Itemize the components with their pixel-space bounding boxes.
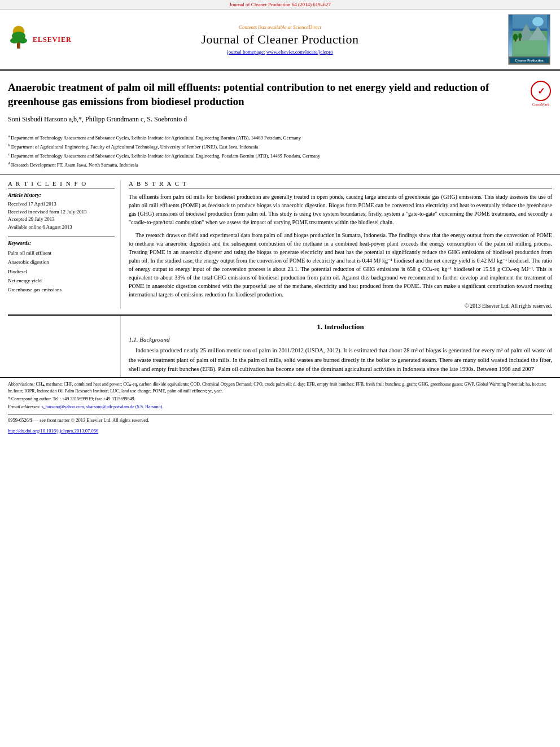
affiliation-d: d Research Development PT, Asam Jawa, No… — [8, 161, 552, 169]
section-num: 1. — [317, 322, 322, 331]
affiliation-c: c Department of Technology Assessment an… — [8, 152, 552, 160]
svg-rect-10 — [513, 40, 548, 56]
sciencedirect-label: Contents lists available at — [239, 24, 292, 30]
email-line: E-mail addresses: s_harsono@yahoo.com, s… — [8, 404, 552, 410]
abbreviations: Abbreviations: CH₄, methane; CHP, combin… — [8, 381, 552, 395]
article-authors: Soni Sisbudi Harsono a,b,*, Philipp Grun… — [8, 115, 524, 124]
svg-point-16 — [518, 33, 522, 39]
email-label: E-mail addresses: — [8, 404, 41, 409]
keywords-label: Keywords: — [8, 237, 115, 246]
affiliation-b: b Department of Agricultural Engineering… — [8, 143, 552, 151]
revised-date: Received in revised form 12 July 2013 — [8, 208, 115, 216]
keyword-3: Biodiesel — [8, 267, 115, 276]
online-date: Available online 6 August 2013 — [8, 224, 115, 231]
doi-link[interactable]: http://dx.doi.org/10.1016/j.jclepro.2013… — [8, 428, 98, 434]
keywords-section: Keywords: Palm oil mill effluent Anaerob… — [8, 237, 115, 294]
section-title: Introduction — [324, 322, 364, 331]
article-history: Article history: Received 17 April 2013 … — [8, 193, 115, 231]
keyword-1: Palm oil mill effluent — [8, 248, 115, 257]
elsevier-logo-area: ELSEVIER — [7, 25, 58, 54]
article-title: Anaerobic treatment of palm oil mill eff… — [8, 81, 524, 108]
journal-header: ELSEVIER Contents lists available at Sci… — [0, 10, 560, 71]
journal-cover: Cleaner Production — [508, 14, 553, 65]
elsevier-tree-icon — [7, 25, 30, 54]
homepage-label: journal homepage: — [227, 49, 265, 55]
sciencedirect-line: Contents lists available at ScienceDirec… — [58, 24, 502, 30]
doi-section: 0959-6526/$ — see front matter © 2013 El… — [8, 414, 552, 435]
cover-text: Cleaner Production — [515, 59, 543, 62]
main-content: 1. Introduction 1.1. Background Indonesi… — [0, 316, 560, 377]
cover-label: Cleaner Production — [509, 56, 550, 64]
sciencedirect-link[interactable]: ScienceDirect — [293, 24, 321, 30]
homepage-url[interactable]: www.elsevier.com/locate/jclepro — [266, 49, 333, 55]
journal-title: Journal of Cleaner Production — [58, 32, 502, 47]
affiliations: a Department of Technology Assessment an… — [0, 134, 560, 168]
footnotes-area: Abbreviations: CH₄, methane; CHP, combin… — [0, 377, 560, 439]
main-left-col — [8, 316, 121, 377]
affiliation-a: a Department of Technology Assessment an… — [8, 134, 552, 142]
issn-line: 0959-6526/$ — see front matter © 2013 El… — [8, 417, 552, 424]
abstract-paragraph-2: The research draws on field and experime… — [129, 231, 552, 299]
svg-point-4 — [10, 38, 19, 43]
keyword-4: Net energy yield — [8, 276, 115, 285]
corresponding-author: * Corresponding author. Tel.: +49 331569… — [8, 396, 552, 403]
crossmark-icon: ✓ — [531, 81, 551, 101]
article-title-text: Anaerobic treatment of palm oil mill eff… — [8, 81, 524, 127]
sub-heading: 1.1. Background — [129, 336, 552, 343]
article-title-area: Anaerobic treatment of palm oil mill eff… — [0, 71, 560, 134]
history-label: Article history: — [8, 193, 115, 198]
received-date: Received 17 April 2013 — [8, 200, 115, 208]
article-info-col: A R T I C L E I N F O Article history: R… — [8, 180, 121, 309]
subsection-num: 1.1. — [129, 336, 138, 343]
intro-paragraph-1: Indonesia produced nearly 25 million met… — [129, 346, 552, 374]
journal-homepage: journal homepage: www.elsevier.com/locat… — [58, 49, 502, 55]
keyword-2: Anaerobic digestion — [8, 257, 115, 267]
journal-reference: Journal of Cleaner Production 64 (2014) … — [0, 0, 560, 10]
svg-point-5 — [18, 38, 27, 43]
two-col-section: A R T I C L E I N F O Article history: R… — [0, 174, 560, 309]
accepted-date: Accepted 29 July 2013 — [8, 216, 115, 224]
abstract-paragraph-1: The effluents from palm oil mills for bi… — [129, 193, 552, 226]
main-right-col: 1. Introduction 1.1. Background Indonesi… — [129, 316, 552, 377]
copyright-line: © 2013 Elsevier Ltd. All rights reserved… — [129, 303, 552, 309]
abstract-heading: A B S T R A C T — [129, 180, 552, 189]
svg-point-8 — [532, 17, 544, 26]
doi-line: http://dx.doi.org/10.1016/j.jclepro.2013… — [8, 427, 552, 435]
journal-cover-image: Cleaner Production — [508, 14, 550, 65]
keyword-5: Greenhouse gas emissions — [8, 285, 115, 294]
svg-point-14 — [513, 34, 518, 41]
intro-heading: 1. Introduction — [129, 322, 552, 331]
abstract-text: The effluents from palm oil mills for bi… — [129, 193, 552, 299]
journal-center: Contents lists available at ScienceDirec… — [58, 24, 502, 55]
email-addresses[interactable]: s_harsono@yahoo.com, sharsono@atb-potsda… — [42, 404, 163, 409]
abstract-col: A B S T R A C T The effluents from palm … — [129, 180, 552, 309]
crossmark-badge[interactable]: ✓ CrossMark — [530, 81, 552, 107]
cover-scene-icon — [509, 15, 550, 56]
crossmark-text: CrossMark — [532, 102, 549, 107]
article-info-heading: A R T I C L E I N F O — [8, 180, 115, 189]
intro-body-text: Indonesia produced nearly 25 million met… — [129, 346, 552, 374]
subsection-title: Background — [139, 336, 169, 343]
